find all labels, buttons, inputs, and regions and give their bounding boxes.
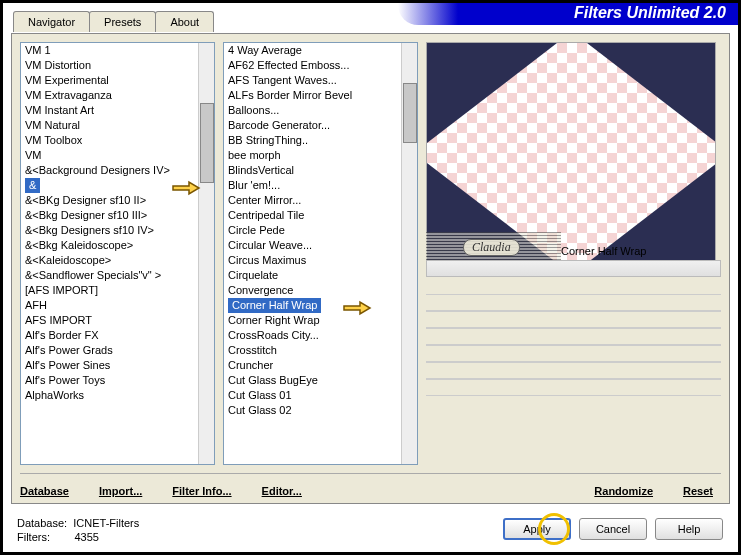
dialog-buttons: Apply Cancel Help	[503, 518, 723, 540]
list-item[interactable]: Alf's Power Toys	[21, 373, 198, 388]
list-item[interactable]: VM Natural	[21, 118, 198, 133]
list-item[interactable]: Circus Maximus	[224, 253, 401, 268]
list-item[interactable]: [AFS IMPORT]	[21, 283, 198, 298]
param-slider[interactable]	[426, 260, 721, 277]
param-slot	[426, 311, 721, 328]
list-item[interactable]: VM Distortion	[21, 58, 198, 73]
list-item[interactable]: Center Mirror...	[224, 193, 401, 208]
list-item[interactable]: AFS Tangent Waves...	[224, 73, 401, 88]
list-item[interactable]: VM 1	[21, 43, 198, 58]
effect-name-label: Corner Half Wrap	[561, 245, 646, 257]
list-item[interactable]: &	[21, 178, 198, 193]
status-bar: Database: ICNET-Filters Filters: 4355	[17, 516, 139, 544]
randomize-link[interactable]: Randomize	[594, 485, 653, 497]
list-item[interactable]: BB StringThing..	[224, 133, 401, 148]
list-item[interactable]: Alf's Border FX	[21, 328, 198, 343]
list-item[interactable]: Convergence	[224, 283, 401, 298]
param-area	[426, 260, 721, 396]
app-title: Filters Unlimited 2.0	[398, 3, 738, 25]
list-item[interactable]: &<Bkg Designers sf10 IV>	[21, 223, 198, 238]
scrollbar[interactable]	[198, 43, 214, 464]
list-item[interactable]: CrossRoads City...	[224, 328, 401, 343]
list-item[interactable]: &<BKg Designer sf10 II>	[21, 193, 198, 208]
list-item[interactable]: VM Experimental	[21, 73, 198, 88]
list-item[interactable]: &<Kaleidoscope>	[21, 253, 198, 268]
param-slot	[426, 362, 721, 379]
preview-pane: Claudia Corner Half Wrap	[426, 42, 721, 465]
list-item[interactable]: &<Bkg Designer sf10 III>	[21, 208, 198, 223]
list-item[interactable]: VM Extravaganza	[21, 88, 198, 103]
list-item[interactable]: ALFs Border Mirror Bevel	[224, 88, 401, 103]
list-item[interactable]: Cirquelate	[224, 268, 401, 283]
editor-link[interactable]: Editor...	[262, 485, 302, 497]
status-db-label: Database:	[17, 517, 67, 529]
list-item[interactable]: Cut Glass 01	[224, 388, 401, 403]
scrollbar[interactable]	[401, 43, 417, 464]
list-item[interactable]: Alf's Power Grads	[21, 343, 198, 358]
list-item[interactable]: BlindsVertical	[224, 163, 401, 178]
list-item[interactable]: AFS IMPORT	[21, 313, 198, 328]
list-item[interactable]: AlphaWorks	[21, 388, 198, 403]
list-item[interactable]: &<Bkg Kaleidoscope>	[21, 238, 198, 253]
category-list[interactable]: VM 1VM DistortionVM ExperimentalVM Extra…	[20, 42, 215, 465]
param-slot	[426, 379, 721, 396]
param-slot	[426, 294, 721, 311]
list-item[interactable]: Blur 'em!...	[224, 178, 401, 193]
list-item[interactable]: Cut Glass BugEye	[224, 373, 401, 388]
filter-list[interactable]: 4 Way AverageAF62 Effected Emboss...AFS …	[223, 42, 418, 465]
list-item[interactable]: Centripedal Tile	[224, 208, 401, 223]
param-slot	[426, 277, 721, 294]
list-item[interactable]: Crosstitch	[224, 343, 401, 358]
filter-info-link[interactable]: Filter Info...	[172, 485, 231, 497]
list-item[interactable]: VM	[21, 148, 198, 163]
param-slot	[426, 328, 721, 345]
list-item[interactable]: Barcode Generator...	[224, 118, 401, 133]
list-item[interactable]: Balloons...	[224, 103, 401, 118]
navigator-panel: VM 1VM DistortionVM ExperimentalVM Extra…	[11, 33, 730, 504]
list-item[interactable]: Cut Glass 02	[224, 403, 401, 418]
list-item[interactable]: Cruncher	[224, 358, 401, 373]
list-item[interactable]: Alf's Power Sines	[21, 358, 198, 373]
tab-bar: Navigator Presets About	[13, 11, 213, 32]
list-item[interactable]: VM Toolbox	[21, 133, 198, 148]
status-filters-label: Filters:	[17, 531, 50, 543]
list-item[interactable]: &<Background Designers IV>	[21, 163, 198, 178]
help-button[interactable]: Help	[655, 518, 723, 540]
import-link[interactable]: Import...	[99, 485, 142, 497]
list-item[interactable]: AF62 Effected Emboss...	[224, 58, 401, 73]
cancel-button[interactable]: Cancel	[579, 518, 647, 540]
list-item[interactable]: Circular Weave...	[224, 238, 401, 253]
list-item[interactable]: bee morph	[224, 148, 401, 163]
tab-about[interactable]: About	[155, 11, 214, 32]
list-item[interactable]: Corner Half Wrap	[224, 298, 401, 313]
tab-navigator[interactable]: Navigator	[13, 11, 90, 32]
bottom-links: Database Import... Filter Info... Editor…	[12, 481, 721, 501]
status-db-value: ICNET-Filters	[73, 517, 139, 529]
reset-link[interactable]: Reset	[683, 485, 713, 497]
list-item[interactable]: Corner Right Wrap	[224, 313, 401, 328]
list-item[interactable]: VM Instant Art	[21, 103, 198, 118]
list-item[interactable]: 4 Way Average	[224, 43, 401, 58]
list-item[interactable]: AFH	[21, 298, 198, 313]
tab-presets[interactable]: Presets	[89, 11, 156, 32]
list-item[interactable]: &<Sandflower Specials"v" >	[21, 268, 198, 283]
database-link[interactable]: Database	[20, 485, 69, 497]
preview-image	[426, 42, 716, 262]
param-slot	[426, 345, 721, 362]
status-filters-value: 4355	[74, 531, 98, 543]
apply-button[interactable]: Apply	[503, 518, 571, 540]
list-item[interactable]: Circle Pede	[224, 223, 401, 238]
